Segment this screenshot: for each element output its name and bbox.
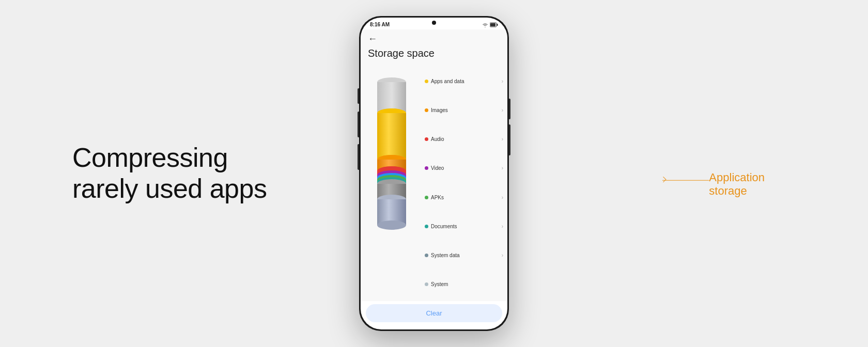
list-item[interactable]: Apps and data ›: [425, 77, 503, 86]
label-images: Images: [431, 107, 448, 113]
annotation-line: [662, 180, 709, 181]
storage-cylinder-svg: [371, 67, 412, 237]
svg-rect-2: [490, 23, 495, 26]
list-item[interactable]: System data ›: [425, 251, 503, 260]
chevron-apks: ›: [502, 195, 503, 200]
label-audio: Audio: [431, 136, 444, 142]
phone-mockup: 8:16 AM: [359, 16, 509, 331]
label-apks: APKs: [431, 195, 444, 200]
chevron-video: ›: [502, 165, 503, 171]
phone-button-power: [509, 99, 510, 119]
dot-video: [425, 166, 428, 170]
top-bar: ←: [361, 29, 507, 46]
svg-rect-1: [497, 24, 498, 26]
annotation-text: Application storage: [709, 171, 765, 198]
label-system-data: System data: [431, 253, 460, 258]
phone-button-right2: [509, 124, 510, 155]
label-video: Video: [431, 165, 444, 171]
main-content: Apps and data › Images ›: [361, 65, 507, 301]
annotation-callout: Application storage: [709, 171, 765, 198]
svg-rect-7: [377, 113, 406, 160]
phone-screen: 8:16 AM: [361, 18, 507, 329]
status-icons: [482, 22, 498, 27]
label-apps: Apps and data: [431, 78, 464, 84]
list-item: System: [425, 280, 503, 289]
dot-system-data: [425, 254, 428, 257]
camera-dot: [432, 21, 436, 25]
annotation-text-line2: storage: [709, 184, 747, 197]
list-item[interactable]: Video ›: [425, 164, 503, 172]
list-item[interactable]: APKs ›: [425, 193, 503, 202]
chevron-apps: ›: [502, 78, 503, 84]
chevron-images: ›: [502, 107, 503, 113]
annotation-text-line1: Application: [709, 171, 765, 184]
headline-text: Compressing rarely used apps: [72, 143, 267, 204]
chevron-documents: ›: [502, 224, 503, 229]
dot-audio: [425, 137, 428, 141]
battery-icon: [490, 22, 498, 27]
cylinder-chart: [361, 65, 423, 301]
phone-button-volup: [358, 112, 359, 137]
chevron-audio: ›: [502, 136, 503, 142]
dot-apks: [425, 196, 428, 199]
phone-button-voldown: [358, 144, 359, 170]
list-item[interactable]: Audio ›: [425, 135, 503, 144]
headline-line2: rarely used apps: [72, 174, 267, 203]
phone-button-left1: [358, 88, 359, 104]
svg-point-26: [377, 220, 406, 230]
status-bar: 8:16 AM: [361, 18, 507, 29]
chevron-system-data: ›: [502, 253, 503, 258]
storage-list: Apps and data › Images ›: [423, 65, 507, 301]
label-documents: Documents: [431, 224, 457, 229]
page-title: Storage space: [361, 46, 507, 65]
list-item[interactable]: Documents ›: [425, 222, 503, 231]
dot-images: [425, 108, 428, 112]
dot-documents: [425, 225, 428, 228]
list-item[interactable]: Images ›: [425, 106, 503, 115]
status-time: 8:16 AM: [370, 22, 390, 27]
clear-button[interactable]: Clear: [366, 304, 502, 322]
wifi-icon: [482, 22, 488, 27]
back-button[interactable]: ←: [368, 34, 377, 44]
label-system: System: [431, 281, 448, 287]
headline-line1: Compressing: [72, 143, 228, 172]
page-background: Compressing rarely used apps 8:16 AM: [0, 0, 868, 347]
dot-apps: [425, 80, 428, 83]
dot-system: [425, 282, 428, 286]
